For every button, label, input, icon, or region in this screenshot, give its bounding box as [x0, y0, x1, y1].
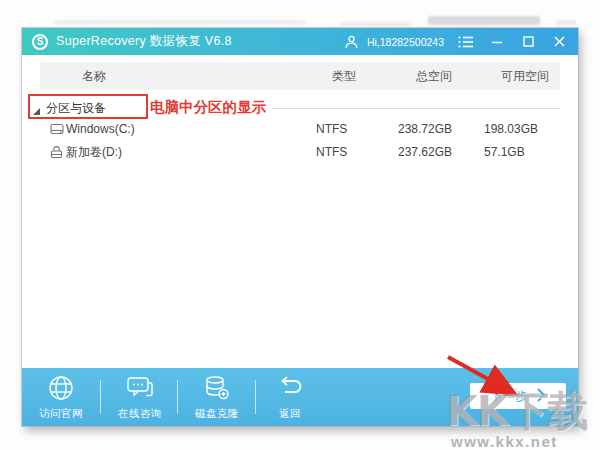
undo-arrow-icon [276, 375, 304, 405]
user-account-icon[interactable] [343, 33, 361, 51]
drive-total: 238.72GB [398, 122, 452, 136]
background-artifact [340, 22, 410, 26]
globe-icon [48, 375, 74, 405]
column-header-type: 类型 [332, 68, 356, 85]
annotation-line [272, 108, 560, 109]
drive-total: 237.62GB [398, 145, 452, 159]
back-button[interactable]: 返回 [254, 375, 326, 421]
app-window: S SuperRecovery 数据恢复 V6.8 Hi,18282500243 [22, 28, 578, 426]
toolbar-item-label: 磁盘克隆 [195, 407, 239, 421]
toolbar-divider [100, 380, 101, 414]
online-support-button[interactable]: 在线咨询 [104, 375, 176, 421]
desktop-background: S SuperRecovery 数据恢复 V6.8 Hi,18282500243 [0, 0, 600, 450]
toolbar-divider [177, 380, 178, 414]
table-row[interactable]: 新加卷(D:) NTFS 237.62GB 57.1GB [22, 139, 578, 165]
titlebar[interactable]: S SuperRecovery 数据恢复 V6.8 Hi,18282500243 [22, 28, 578, 55]
app-logo-icon: S [32, 34, 48, 50]
disk-clone-icon [204, 375, 230, 405]
minimize-button[interactable] [488, 33, 506, 51]
drive-free: 198.03GB [484, 122, 538, 136]
app-title: SuperRecovery 数据恢复 V6.8 [56, 33, 232, 50]
column-header-free: 可用空间 [501, 68, 549, 85]
hard-drive-icon [50, 123, 64, 135]
table-header: 名称 类型 总空间 可用空间 [40, 62, 560, 90]
toolbar-item-label: 访问官网 [39, 407, 83, 421]
toolbar-item-label: 在线咨询 [118, 407, 162, 421]
drive-name: Windows(C:) [66, 122, 135, 136]
locked-drive-icon [50, 146, 63, 159]
chat-icon [126, 375, 154, 405]
visit-website-button[interactable]: 访问官网 [25, 375, 97, 421]
user-greeting: Hi,18282500243 [367, 36, 444, 48]
disk-clone-button[interactable]: 磁盘克隆 [181, 375, 253, 421]
background-artifact [55, 20, 305, 24]
drive-type: NTFS [316, 145, 347, 159]
column-header-total: 总空间 [416, 68, 452, 85]
background-artifact [556, 20, 576, 25]
site-watermark-url: www.kkx.net [451, 433, 558, 450]
close-button[interactable] [550, 33, 568, 51]
menu-icon[interactable] [457, 33, 475, 51]
drive-name: 新加卷(D:) [66, 144, 122, 161]
annotation-text: 电脑中分区的显示 [150, 98, 266, 117]
column-header-name: 名称 [82, 68, 106, 85]
toolbar-item-label: 返回 [279, 407, 301, 421]
drive-free: 57.1GB [484, 145, 525, 159]
drive-type: NTFS [316, 122, 347, 136]
site-watermark-logo: KK下载 [446, 384, 588, 439]
maximize-button[interactable] [519, 33, 537, 51]
background-artifact [428, 16, 540, 25]
